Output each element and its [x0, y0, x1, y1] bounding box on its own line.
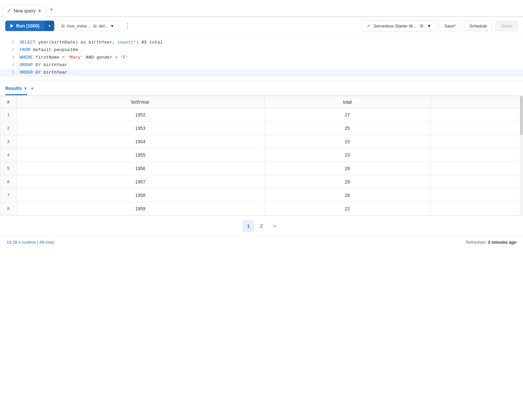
cell-total: 15	[264, 135, 430, 148]
footer: 19.28 s runtime | 49 rows Refreshed 3 mi…	[0, 236, 523, 248]
string-f: 'F'	[120, 55, 128, 60]
col-header-rownum[interactable]: #	[0, 96, 17, 108]
code-editor[interactable]: 1 SELECT year(birthDate) as birthYear, c…	[0, 35, 523, 81]
table-row: 8 1959 22	[0, 202, 523, 215]
share-button[interactable]: Share	[495, 21, 518, 31]
cell-total: 25	[264, 121, 430, 135]
results-table: # birthYear total 1 1952 27 2 1953 25 3 …	[0, 96, 523, 216]
code-text-3: WHERE firstName = 'Mary' AND gender = 'F…	[20, 54, 520, 61]
results-chevron-icon: ▼	[24, 86, 27, 90]
add-result-button[interactable]: +	[30, 85, 34, 96]
cell-birthyear: 1952	[17, 108, 264, 121]
refreshed-text: Refreshed	[466, 240, 485, 245]
refresh-label: Refreshed 3 minutes ago	[466, 240, 516, 245]
serverless-label: Serverless Starter W...	[374, 24, 416, 28]
keyword-select: SELECT	[20, 40, 36, 45]
scrollbar-track[interactable]	[520, 96, 523, 216]
cell-empty	[430, 108, 523, 121]
add-tab-button[interactable]: +	[46, 4, 57, 15]
page-1-button[interactable]: 1	[243, 220, 254, 232]
cell-rownum: 5	[0, 162, 17, 175]
cell-birthyear: 1955	[17, 148, 264, 162]
table-row: 6 1957 29	[0, 175, 523, 188]
cell-birthyear: 1959	[17, 202, 264, 215]
cell-rownum: 6	[0, 175, 17, 188]
line-number-3: 3	[3, 54, 14, 61]
cell-birthyear: 1954	[17, 135, 264, 148]
tab-label: New query	[14, 8, 36, 13]
cell-birthyear: 1956	[17, 162, 264, 175]
tab-check-icon: ✓	[7, 8, 11, 14]
results-tab[interactable]: Results ▼	[5, 86, 27, 95]
serverless-size-badge: S	[419, 24, 424, 28]
cell-rownum: 7	[0, 188, 17, 202]
table-row: 5 1956 28	[0, 162, 523, 175]
cell-birthyear: 1958	[17, 188, 264, 202]
cell-rownum: 8	[0, 202, 17, 215]
code-line-3: 3 WHERE firstName = 'Mary' AND gender = …	[0, 54, 523, 61]
serverless-selector[interactable]: ✓ Serverless Starter W... S ▼	[362, 20, 436, 31]
chevron-down-icon: ▼	[48, 24, 51, 28]
table-row: 2 1953 25	[0, 121, 523, 135]
code-text-2: FROM default.people10m	[20, 46, 520, 54]
catalog-selector[interactable]: ⊟ hive_meta.... ⊟ def... ▼	[57, 21, 118, 31]
cell-empty	[430, 135, 523, 148]
col-header-empty	[430, 96, 523, 108]
line-number-5: 5	[3, 69, 14, 76]
cell-rownum: 3	[0, 135, 17, 148]
pagination: 1 2 >	[0, 216, 523, 236]
code-text-4: GROUP BY birthYear	[20, 61, 520, 69]
schedule-button[interactable]: Schedule	[464, 21, 493, 31]
cell-birthyear: 1953	[17, 121, 264, 135]
code-text-5: ORDER BY birthYear	[20, 69, 520, 77]
code-line-5: 5 ORDER BY birthYear	[0, 69, 523, 77]
code-line-1: 1 SELECT year(birthDate) as birthYear, c…	[0, 39, 523, 46]
save-button[interactable]: Save*	[439, 21, 461, 31]
results-header: Results ▼ +	[0, 81, 523, 96]
keyword-from: FROM	[20, 47, 30, 52]
run-button-group: Run (1000) ▼	[5, 21, 54, 31]
time-ago-text: 3 minutes ago	[488, 240, 516, 245]
code-line-2: 2 FROM default.people10m	[0, 46, 523, 54]
table-row: 1 1952 27	[0, 108, 523, 121]
next-page-button[interactable]: >	[269, 220, 280, 232]
line-number-4: 4	[3, 61, 14, 69]
cell-total: 23	[264, 148, 430, 162]
cell-empty	[430, 175, 523, 188]
line-number-2: 2	[3, 46, 14, 54]
table-row: 7 1958 26	[0, 188, 523, 202]
cell-rownum: 4	[0, 148, 17, 162]
run-button[interactable]: Run (1000)	[5, 21, 45, 31]
results-section: Results ▼ + # birthYear total 1 1952 27 …	[0, 81, 523, 236]
cell-empty	[430, 188, 523, 202]
cell-total: 27	[264, 108, 430, 121]
run-dropdown-button[interactable]: ▼	[45, 21, 55, 31]
results-table-wrapper: # birthYear total 1 1952 27 2 1953 25 3 …	[0, 96, 523, 216]
col-header-birthyear[interactable]: birthYear	[17, 96, 264, 108]
serverless-chevron-icon: ▼	[427, 24, 431, 28]
run-label: Run (1000)	[16, 23, 40, 28]
cell-rownum: 1	[0, 108, 17, 121]
scrollbar-thumb[interactable]	[520, 96, 523, 135]
runtime-label: 19.28 s runtime | 49 rows	[7, 240, 54, 245]
cell-total: 29	[264, 175, 430, 188]
cell-total: 28	[264, 162, 430, 175]
cell-rownum: 2	[0, 121, 17, 135]
keyword-where: WHERE	[20, 55, 33, 60]
catalog-chevron-icon: ▼	[110, 24, 114, 28]
tab-bar: ✓ New query +	[0, 0, 523, 17]
serverless-check-icon: ✓	[367, 23, 371, 29]
line-number-1: 1	[3, 39, 14, 46]
toolbar: Run (1000) ▼ ⊟ hive_meta.... ⊟ def... ▼ …	[0, 17, 523, 35]
catalog-label: hive_meta....	[67, 24, 91, 28]
cell-empty	[430, 202, 523, 215]
db-icon2: ⊟	[93, 24, 97, 28]
cell-total: 26	[264, 188, 430, 202]
code-line-4: 4 GROUP BY birthYear	[0, 61, 523, 69]
code-text-1: SELECT year(birthDate) as birthYear, cou…	[20, 39, 520, 46]
page-2-button[interactable]: 2	[256, 220, 267, 232]
more-options-button[interactable]: ⋮	[121, 20, 134, 31]
new-query-tab[interactable]: ✓ New query	[3, 5, 46, 17]
tab-unsaved-dot	[38, 9, 41, 12]
col-header-total[interactable]: total	[264, 96, 430, 108]
